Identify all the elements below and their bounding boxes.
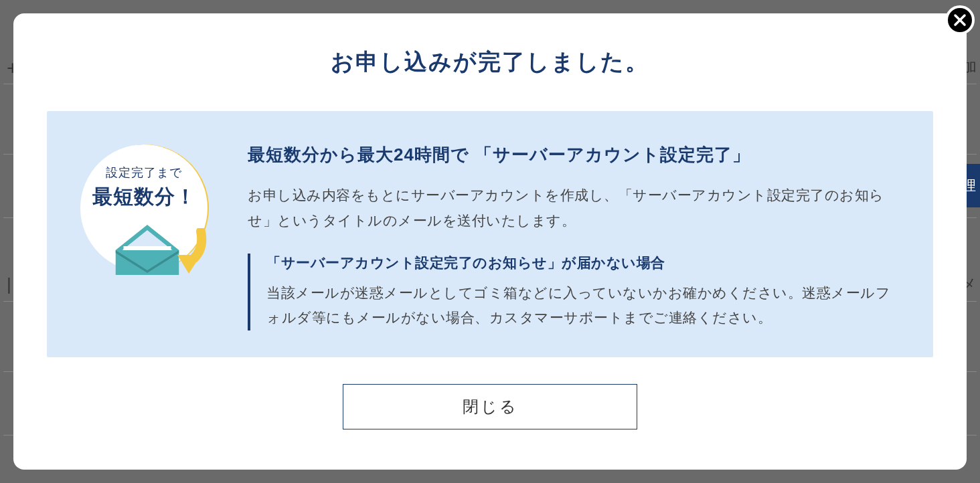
close-icon (953, 13, 967, 27)
bg-vbar-text: | (7, 274, 11, 295)
note-box: 「サーバーアカウント設定完了のお知らせ」が届かない場合 当該メールが迷惑メールと… (248, 254, 896, 331)
close-button[interactable]: 閉じる (343, 384, 637, 429)
close-button-label: 閉じる (463, 396, 518, 417)
badge-text-small: 設定完了まで (106, 165, 182, 181)
badge-text-large: 最短数分！ (92, 183, 196, 211)
info-panel: 設定完了まで 最短数分！ 最短数分から最大24時間で 「サーバーアカウント設定完… (47, 111, 933, 357)
completion-modal: お申し込みが完了しました。 設定完了まで 最短数分！ (13, 13, 967, 470)
modal-close-x-button[interactable] (945, 5, 975, 35)
note-text: 当該メールが迷惑メールとしてゴミ箱などに入っていないかお確かめください。迷惑メー… (266, 280, 896, 331)
info-content: 最短数分から最大24時間で 「サーバーアカウント設定完了」 お申し込み内容をもと… (248, 138, 896, 330)
arrow-down-icon (164, 228, 211, 275)
svg-marker-5 (177, 255, 201, 274)
modal-title: お申し込みが完了しました。 (331, 47, 649, 78)
setup-badge-icon: 設定完了まで 最短数分！ (74, 138, 221, 285)
info-heading: 最短数分から最大24時間で 「サーバーアカウント設定完了」 (248, 143, 896, 167)
note-heading: 「サーバーアカウント設定完了のお知らせ」が届かない場合 (266, 254, 896, 272)
info-description: お申し込み内容をもとにサーバーアカウントを作成し、「サーバーアカウント設定完了の… (248, 183, 896, 233)
